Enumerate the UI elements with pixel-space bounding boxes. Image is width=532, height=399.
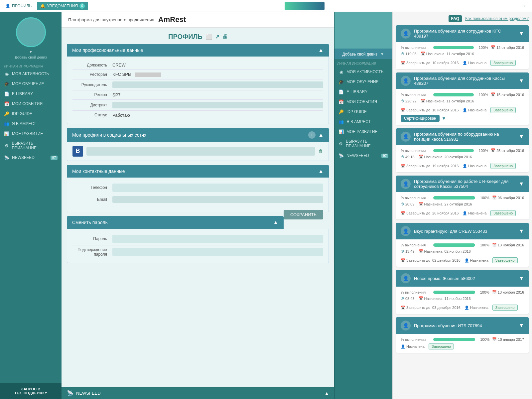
card-2-status: Завершено: [490, 163, 516, 169]
social-section-header[interactable]: Мои профили в социальных сетях + ▲: [67, 128, 329, 142]
card-5-meta: ⏱ 08:43 📅 Назначена11 ноября 2016 📅 Заве…: [401, 296, 524, 311]
development-icon: 📊: [4, 131, 9, 136]
social-input[interactable]: [86, 147, 315, 156]
m-news-icon: 📡: [338, 153, 344, 158]
contact-section-header[interactable]: Мои контактные данные ▲: [67, 165, 329, 178]
sidebar-item-learning[interactable]: 🎓 МОЕ ОБУЧЕНИЕ: [0, 79, 62, 89]
notifications-badge: 0: [79, 3, 85, 9]
m-dev-icon: 📊: [338, 129, 344, 134]
professional-section-header[interactable]: Мои профессиональные данные ▲: [67, 44, 329, 57]
right-panel: FAQ Как пользоваться этим разделом? 👤 Пр…: [392, 12, 532, 399]
password-input[interactable]: [112, 235, 323, 243]
middle-item-activity[interactable]: ◉ МОЯ АКТИВНОСТЬ: [334, 67, 392, 77]
share-icon[interactable]: ↗: [215, 34, 219, 40]
middle-motto: Добавь свой девиз ▼: [334, 49, 392, 59]
password-row: Пароль: [72, 233, 323, 245]
sidebar-item-activity[interactable]: ◉ МОЯ АКТИВНОСТЬ: [0, 69, 62, 79]
middle-item-elibrary[interactable]: 📄 E-LIBRARY: [334, 87, 392, 97]
sidebar-item-label: МОИ СОБЫТИЯ: [12, 101, 43, 106]
phone-row: Телефон: [72, 182, 323, 194]
card-4-progress-row: % выполнения 100% 📅 13 ноября 2016: [401, 243, 524, 247]
email-row: Email: [72, 194, 323, 205]
motto-label[interactable]: Добавь свой девиз: [15, 55, 47, 59]
contact-section-title: Мои контактные данные: [72, 169, 125, 174]
card-1-icon: 👤: [401, 76, 411, 86]
add-social-button[interactable]: +: [308, 131, 316, 139]
sidebar-item-events[interactable]: 📅 МОИ СОБЫТИЯ: [0, 99, 62, 109]
card-4-assignee: 👤 Назначена: [465, 258, 488, 263]
middle-item-dev[interactable]: 📊 МОЕ РАЗВИТИЕ: [334, 127, 392, 137]
middle-item-recog[interactable]: ⚙ ВЫРАЗИТЬ ПРИЗНАНИЕ: [334, 137, 392, 151]
middle-chevron[interactable]: ▼: [380, 51, 385, 57]
card-3-progress-bar: [433, 196, 475, 200]
position-value: CREW: [112, 63, 323, 67]
training-card-6: 👤 Программа обучения ИТБ 707894 ▼ % выпо…: [396, 317, 529, 353]
card-5-title: Новое промо: Жюльен 586002: [414, 276, 519, 281]
faq-link[interactable]: Как пользоваться этим разделом?: [465, 16, 529, 21]
print-icon[interactable]: 🖨: [222, 34, 227, 40]
top-bar: 👤 ПРОФИЛЬ 🔔 УВЕДОМЛЕНИЯ 0 →: [0, 0, 532, 12]
sidebar-item-development[interactable]: 📊 МОЕ РАЗВИТИЕ: [0, 129, 62, 139]
card-3-chevron[interactable]: ▼: [519, 181, 524, 187]
middle-item-learning[interactable]: 🎓 МОЕ ОБУЧЕНИЕ: [334, 77, 392, 87]
card-5-chevron[interactable]: ▼: [519, 275, 524, 281]
card-0-chevron[interactable]: ▼: [519, 31, 524, 37]
card-4-meta: ⏱ 13:49 📅 Назначена02 ноября 2016 📅 Заве…: [401, 249, 524, 263]
collapse-contact-icon: ▲: [318, 168, 324, 174]
training-card-2: 👤 Программа обучения по оборудованию на …: [396, 128, 529, 172]
sidebar-item-idp[interactable]: 🔑 IDP GUIDE: [0, 109, 62, 119]
card-5-body: % выполнения 100% 📅 13 ноября 2016 ⏱ 08:…: [396, 287, 529, 314]
card-3-date: 📅 06 ноября 2016: [492, 196, 524, 200]
phone-input[interactable]: [112, 184, 323, 192]
sidebar-item-iamrest[interactable]: 👥 Я В АМРЕСТ: [0, 119, 62, 129]
sidebar-item-label: IDP GUIDE: [12, 111, 32, 116]
card-3-header: 👤 Программа обучения по работе с R-keepe…: [396, 176, 529, 192]
card-1-chevron[interactable]: ▼: [519, 78, 524, 84]
middle-item-events[interactable]: 📅 МОИ СОБЫТИЯ: [334, 97, 392, 107]
middle-section-label: Личная информация: [334, 61, 392, 67]
sidebar-item-recognition[interactable]: ⚙ ВЫРАЗИТЬ ПРИЗНАНИЕ: [0, 139, 62, 153]
card-4-status: Завершено: [492, 257, 518, 263]
site-brand: AmRest: [158, 15, 186, 24]
card-1-assigned: 📅 Назначена11 октября 2016: [421, 99, 474, 103]
m-idp-icon: 🔑: [338, 109, 344, 114]
password-section-header[interactable]: Сменить пароль ▲: [67, 216, 284, 229]
card-6-progress-pct: 100%: [478, 337, 489, 341]
support-button[interactable]: ЗАПРОС В ТЕХ. ПОДДЕРЖКУ: [0, 383, 62, 399]
middle-item-iamrest[interactable]: 👥 Я В АМРЕСТ: [334, 117, 392, 127]
card-3-progress-label: % выполнения: [401, 196, 431, 200]
trash-icon[interactable]: 🗑: [318, 148, 323, 154]
certified-chevron[interactable]: ▼: [442, 116, 446, 121]
card-6-progress-bar: [433, 338, 475, 341]
site-subtitle: Платформа для внутреннего продвижения: [68, 17, 154, 22]
sidebar-item-elibrary[interactable]: 📄 E-LIBRARY: [0, 89, 62, 99]
card-5-assigned: 📅 Назначена11 ноября 2016: [419, 296, 471, 301]
card-4-header: 👤 Вкус гарантирую! для CREW 553433 ▼: [396, 223, 529, 239]
card-5-deadline: 📅 Завершить до03 декабря 2016: [401, 306, 461, 310]
card-4-chevron[interactable]: ▼: [519, 228, 524, 234]
middle-item-news[interactable]: 📡 NEWSFEED 97: [334, 151, 392, 161]
avatar-dropdown[interactable]: ▼: [29, 50, 33, 54]
elibrary-icon: 📄: [4, 91, 9, 96]
middle-item-idp[interactable]: 🔑 IDP GUIDE: [334, 107, 392, 117]
card-3-assigned: 📅 Назначена27 октября 2016: [419, 202, 472, 206]
m-events-icon: 📅: [338, 99, 344, 104]
logout-button[interactable]: →: [521, 2, 527, 9]
profile-link[interactable]: 👤 ПРОФИЛЬ: [5, 4, 32, 8]
external-link-icon[interactable]: ⬜: [206, 34, 212, 40]
newsfeed-icon: 📡: [4, 155, 9, 160]
card-6-chevron[interactable]: ▼: [519, 323, 524, 329]
card-1-progress-pct: 100%: [476, 93, 488, 97]
confirm-password-input[interactable]: [112, 248, 323, 256]
save-button[interactable]: СОХРАНИТЬ: [284, 210, 323, 219]
card-5-assignee: 👤 Назначена: [465, 306, 488, 310]
card-5-status: Завершено: [492, 305, 518, 311]
newsfeed-bar[interactable]: 📡 NEWSFEED ▲: [62, 387, 334, 399]
collapse-social-icon: ▲: [318, 132, 324, 138]
card-5-header: 👤 Новое промо: Жюльен 586002 ▼: [396, 270, 529, 287]
notifications-button[interactable]: 🔔 УВЕДОМЛЕНИЯ 0: [37, 2, 88, 10]
card-2-chevron[interactable]: ▼: [519, 134, 524, 140]
sidebar-item-label: E-LIBRARY: [12, 91, 33, 96]
sidebar-item-newsfeed[interactable]: 📡 NEWSFEED 97: [0, 153, 62, 163]
sidebar-item-label: МОЕ РАЗВИТИЕ: [12, 131, 43, 136]
